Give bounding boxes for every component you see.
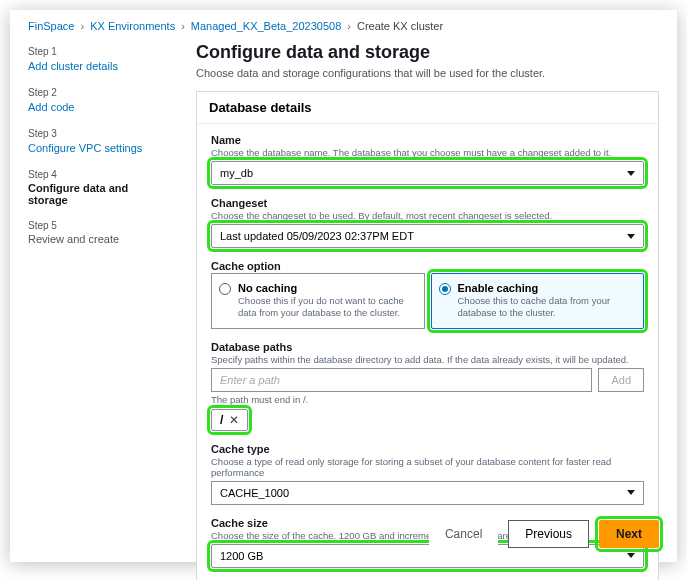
cache-option-enable-caching[interactable]: Enable caching Choose this to cache data…	[431, 273, 645, 329]
step-3-label: Step 3	[28, 128, 168, 139]
changeset-label: Changeset	[211, 197, 644, 209]
page-title: Configure data and storage	[196, 42, 659, 63]
crumb-finspace[interactable]: FinSpace	[28, 20, 74, 32]
db-paths-placeholder: Enter a path	[220, 374, 280, 386]
chevron-right-icon: ›	[347, 20, 351, 32]
db-name-label: Name	[211, 134, 644, 146]
step-5-label: Step 5	[28, 220, 168, 231]
crumb-current: Create KX cluster	[357, 20, 443, 32]
panel-header: Database details	[197, 92, 658, 124]
cache-option-label: Cache option	[211, 260, 644, 272]
db-paths-help: Specify paths within the database direct…	[211, 354, 644, 365]
enable-caching-desc: Choose this to cache data from your data…	[458, 295, 636, 320]
step-2-link[interactable]: Add code	[28, 101, 74, 113]
main-content: Configure data and storage Choose data a…	[196, 42, 659, 506]
enable-caching-title: Enable caching	[458, 282, 636, 294]
chevron-down-icon	[627, 490, 635, 495]
cache-type-label: Cache type	[211, 443, 644, 455]
wizard-footer: Cancel Previous Next	[10, 506, 677, 562]
changeset-value: Last updated 05/09/2023 02:37PM EDT	[220, 230, 414, 242]
step-3-link[interactable]: Configure VPC settings	[28, 142, 142, 154]
cache-type-select[interactable]: CACHE_1000	[211, 481, 644, 505]
radio-icon	[439, 283, 451, 295]
add-path-button[interactable]: Add	[598, 368, 644, 392]
breadcrumb: FinSpace › KX Environments › Managed_KX_…	[10, 10, 677, 32]
cache-option-no-caching[interactable]: No caching Choose this if you do not wan…	[211, 273, 425, 329]
radio-icon	[219, 283, 231, 295]
path-chip[interactable]: / ✕	[211, 409, 248, 431]
step-5-link: Review and create	[28, 233, 168, 245]
step-4-label: Step 4	[28, 169, 168, 180]
no-caching-desc: Choose this if you do not want to cache …	[238, 295, 416, 320]
chevron-right-icon: ›	[181, 20, 185, 32]
db-paths-input[interactable]: Enter a path	[211, 368, 592, 392]
changeset-help: Choose the changeset to be used. By defa…	[211, 210, 644, 221]
crumb-kx-environments[interactable]: KX Environments	[90, 20, 175, 32]
chevron-right-icon: ›	[80, 20, 84, 32]
cancel-button[interactable]: Cancel	[429, 520, 498, 548]
changeset-select[interactable]: Last updated 05/09/2023 02:37PM EDT	[211, 224, 644, 248]
step-2-label: Step 2	[28, 87, 168, 98]
crumb-managed-kx-beta[interactable]: Managed_KX_Beta_20230508	[191, 20, 341, 32]
db-paths-hint: The path must end in /.	[211, 394, 644, 405]
previous-button[interactable]: Previous	[508, 520, 589, 548]
next-button[interactable]: Next	[599, 520, 659, 548]
db-name-value: my_db	[220, 167, 253, 179]
cache-type-value: CACHE_1000	[220, 487, 289, 499]
path-chip-label: /	[220, 413, 223, 427]
chevron-down-icon	[627, 171, 635, 176]
db-paths-label: Database paths	[211, 341, 644, 353]
cache-type-help: Choose a type of read only storage for s…	[211, 456, 644, 478]
page-subtitle: Choose data and storage configurations t…	[196, 67, 659, 79]
step-1-link[interactable]: Add cluster details	[28, 60, 118, 72]
close-icon[interactable]: ✕	[229, 413, 239, 427]
no-caching-title: No caching	[238, 282, 416, 294]
step-1-label: Step 1	[28, 46, 168, 57]
wizard-sidebar: Step 1 Add cluster details Step 2 Add co…	[28, 42, 168, 506]
db-name-help: Choose the database name. The database t…	[211, 147, 644, 158]
chevron-down-icon	[627, 234, 635, 239]
step-4-link: Configure data and storage	[28, 182, 168, 206]
db-name-select[interactable]: my_db	[211, 161, 644, 185]
